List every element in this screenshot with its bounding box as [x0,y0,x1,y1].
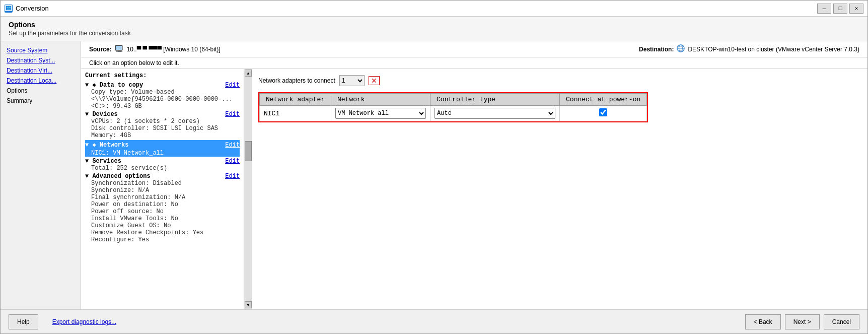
maximize-button[interactable]: □ [833,4,847,14]
settings-scrollbar[interactable]: ▲ ▼ [244,69,252,309]
col-header-network: Network [331,94,430,106]
controller-cell: Auto E1000 VMXNET3 [430,106,560,121]
dest-info: Destination: DESKTOP-win10-test on clust… [639,44,859,54]
main-window: Conversion — □ ✕ Options Set up the para… [0,0,868,334]
data-to-copy-label: ▼ ◆ Data to copy [85,81,143,89]
bottom-bar: Help Export diagnostic logs... < Back Ne… [1,309,867,333]
export-logs-label: Export diagnostic logs... [52,318,116,325]
close-button[interactable]: ✕ [849,4,863,14]
title-bar: Conversion — □ ✕ [1,1,867,17]
header-section: Options Set up the parameters for the co… [1,17,867,41]
synchronize-row: Synchronize: N/A [85,187,240,194]
volume-row: <\\?\Volume{94596216-0000-0000-0000-... [85,96,240,103]
section-devices: ▼ Devices Edit vCPUs: 2 (1 sockets * 2 c… [85,111,240,139]
section-advanced-title: ▼ Advanced options Edit [85,173,240,180]
memory-row: Memory: 4GB [85,132,240,139]
sidebar-item-summary: Summary [1,96,81,106]
sync-disabled-row: Synchronization: Disabled [85,180,240,187]
dest-label: Destination: [639,46,674,53]
devices-label: ▼ Devices [85,111,118,118]
sidebar-item-destination-virt[interactable]: Destination Virt... [1,65,81,76]
power-on-dest-row: Power on destination: No [85,201,240,208]
services-edit[interactable]: Edit [225,158,240,165]
settings-panel: Current settings: ▼ ◆ Data to copy Edit … [81,69,252,309]
right-panel: Source: 10..▀ ▀ ▀▀▀ [Windows 10 (64-bit)… [81,41,867,309]
dest-value: DESKTOP-win10-test on cluster (VMware vC… [688,46,859,53]
section-advanced: ▼ Advanced options Edit Synchronization:… [85,173,240,243]
section-data-title: ▼ ◆ Data to copy Edit [85,81,240,89]
next-button[interactable]: Next > [785,314,820,329]
minimize-button[interactable]: — [817,4,831,14]
reconfigure-row: Reconfigure: Yes [85,236,240,243]
networks-edit[interactable]: Edit [225,142,240,149]
svg-rect-5 [116,46,122,50]
close-icon[interactable]: ✕ [369,76,380,85]
source-info: Source: 10..▀ ▀ ▀▀▀ [Windows 10 (64-bit)… [89,45,221,53]
network-select[interactable]: VM Network all [335,108,426,119]
section-data-to-copy: ▼ ◆ Data to copy Edit Copy type: Volume-… [85,81,240,110]
network-config-panel: Network adapters to connect 1 2 3 4 ✕ [252,69,867,309]
vcpus-row: vCPUs: 2 (1 sockets * 2 cores) [85,118,240,125]
bottom-left: Help Export diagnostic logs... [9,314,124,329]
svg-rect-1 [7,7,9,8]
app-icon [5,5,13,13]
disk-controller-row: Disk controller: SCSI LSI Logic SAS [85,125,240,132]
main-content: Source System Destination Syst... Destin… [1,41,867,309]
sidebar-item-source-system[interactable]: Source System [1,45,81,55]
adapters-label: Network adapters to connect [258,77,335,84]
adapters-row: Network adapters to connect 1 2 3 4 ✕ [258,75,861,86]
drive-row: <C:>: 99.43 GB [85,103,240,110]
section-services-title: ▼ Services Edit [85,158,240,165]
power-off-src-row: Power off source: No [85,208,240,215]
network-table-wrapper: Network adapter Network Controller type … [258,92,648,122]
sidebar: Source System Destination Syst... Destin… [1,41,81,309]
adapters-select[interactable]: 1 2 3 4 [339,75,365,86]
adapter-cell: NIC1 [260,106,331,121]
network-cell: VM Network all [331,106,430,121]
bottom-right: < Back Next > Cancel [745,314,859,329]
back-button[interactable]: < Back [745,314,781,329]
col-header-adapter: Network adapter [260,94,331,106]
section-devices-title: ▼ Devices Edit [85,111,240,118]
svg-rect-2 [9,7,11,8]
section-networks: ▼ ◆ Networks Edit NIC1: VM Network_all [85,140,240,157]
help-button[interactable]: Help [9,314,38,329]
nic1-row: NIC1: VM Network_all [85,150,240,157]
page-title: Options [9,21,859,29]
settings-scroll: Current settings: ▼ ◆ Data to copy Edit … [81,69,244,309]
table-row: NIC1 VM Network all Auto [260,106,647,121]
controller-select[interactable]: Auto E1000 VMXNET3 [435,108,555,119]
scroll-thumb[interactable] [245,141,252,161]
services-total-row: Total: 252 service(s) [85,165,240,172]
restore-checkpoints-row: Remove Restore Checkpoints: Yes [85,229,240,236]
advanced-edit[interactable]: Edit [225,173,240,180]
advanced-label: ▼ Advanced options [85,173,151,180]
source-dest-bar: Source: 10..▀ ▀ ▀▀▀ [Windows 10 (64-bit)… [81,41,867,57]
page-subtitle: Set up the parameters for the conversion… [9,30,859,37]
cancel-button[interactable]: Cancel [824,314,859,329]
services-label: ▼ Services [85,158,121,165]
click-hint: Click on an option below to edit it. [81,57,867,69]
sidebar-item-destination-loca[interactable]: Destination Loca... [1,76,81,86]
data-to-copy-edit[interactable]: Edit [225,82,240,89]
svg-rect-7 [116,51,122,52]
network-table: Network adapter Network Controller type … [259,93,647,121]
section-networks-title: ▼ ◆ Networks Edit [85,140,240,150]
title-buttons: — □ ✕ [817,4,863,14]
vmware-tools-row: Install VMware Tools: No [85,215,240,222]
scroll-up-arrow[interactable]: ▲ [245,70,252,77]
title-bar-left: Conversion [5,5,49,13]
networks-label: ▼ ◆ Networks [85,141,128,149]
copy-type-row: Copy type: Volume-based [85,89,240,96]
export-logs-button[interactable]: Export diagnostic logs... [44,314,124,329]
devices-edit[interactable]: Edit [225,111,240,118]
svg-rect-3 [7,9,11,10]
svg-rect-6 [118,50,121,51]
connect-checkbox[interactable] [599,108,607,116]
settings-header: Current settings: [85,72,240,79]
col-header-controller: Controller type [430,94,560,106]
source-value: 10..▀ ▀ ▀▀▀ [Windows 10 (64-bit)] [127,46,221,53]
scroll-down-arrow[interactable]: ▼ [245,301,252,308]
sidebar-item-destination-syst[interactable]: Destination Syst... [1,55,81,65]
final-sync-row: Final synchronization: N/A [85,194,240,201]
